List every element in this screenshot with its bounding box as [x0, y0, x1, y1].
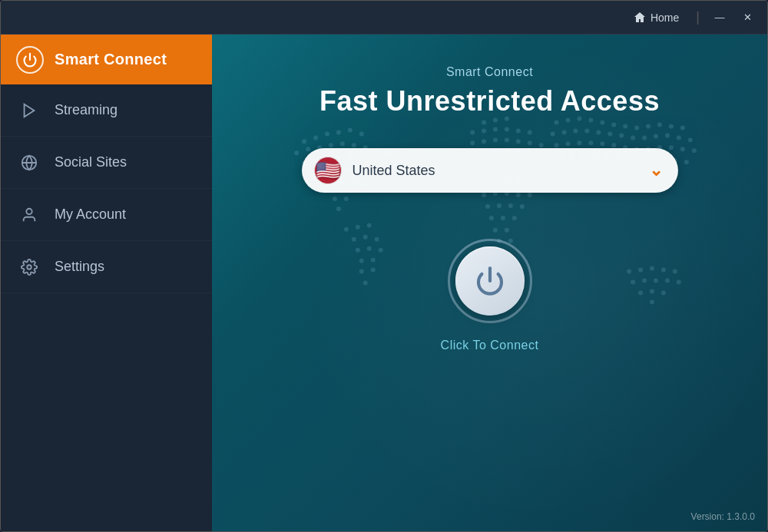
content-title: Fast Unrestricted Access: [319, 85, 660, 117]
separator: |: [696, 9, 700, 25]
my-account-icon: [16, 202, 42, 228]
svg-point-3: [26, 208, 31, 213]
content-area: Smart Connect Fast Unrestricted Access U…: [212, 35, 767, 531]
title-bar: Home | — ✕: [1, 1, 767, 35]
settings-icon: [16, 254, 42, 280]
main-layout: Smart Connect Streaming: [1, 35, 767, 531]
content-inner: Smart Connect Fast Unrestricted Access U…: [212, 35, 767, 531]
app-window: Home | — ✕ Smart Connect: [0, 0, 768, 532]
us-flag-icon: [314, 157, 342, 184]
power-button-outer-ring: [448, 239, 532, 323]
sidebar-item-settings[interactable]: Settings: [1, 241, 212, 293]
smart-connect-power-icon: [16, 46, 44, 74]
power-button-inner: [455, 246, 525, 316]
home-icon: [634, 12, 646, 24]
streaming-icon: [16, 97, 42, 124]
sidebar: Smart Connect Streaming: [1, 35, 212, 531]
power-button-icon: [475, 266, 505, 296]
streaming-label: Streaming: [55, 102, 118, 118]
settings-label: Settings: [55, 259, 104, 275]
sidebar-header-smart-connect[interactable]: Smart Connect: [1, 35, 212, 84]
home-button[interactable]: Home: [626, 8, 687, 27]
social-sites-label: Social Sites: [55, 154, 127, 170]
sidebar-item-streaming[interactable]: Streaming: [1, 84, 212, 137]
svg-marker-1: [25, 104, 35, 117]
title-bar-controls: Home | — ✕: [626, 7, 758, 28]
country-selector[interactable]: United States ⌄: [302, 148, 678, 193]
social-sites-icon: [16, 150, 42, 176]
power-svg: [22, 52, 38, 68]
svg-point-4: [27, 265, 31, 269]
connect-label[interactable]: Click To Connect: [441, 339, 539, 352]
smart-connect-label: Smart Connect: [55, 51, 167, 68]
sidebar-item-social-sites[interactable]: Social Sites: [1, 137, 212, 189]
country-name: United States: [353, 163, 649, 179]
chevron-down-icon: ⌄: [649, 160, 663, 180]
sidebar-item-my-account[interactable]: My Account: [1, 189, 212, 241]
close-button[interactable]: ✕: [737, 7, 758, 28]
home-label: Home: [650, 12, 679, 24]
connect-power-button[interactable]: [448, 239, 532, 323]
minimize-button[interactable]: —: [709, 7, 730, 28]
content-subtitle: Smart Connect: [446, 65, 533, 79]
my-account-label: My Account: [55, 207, 126, 223]
